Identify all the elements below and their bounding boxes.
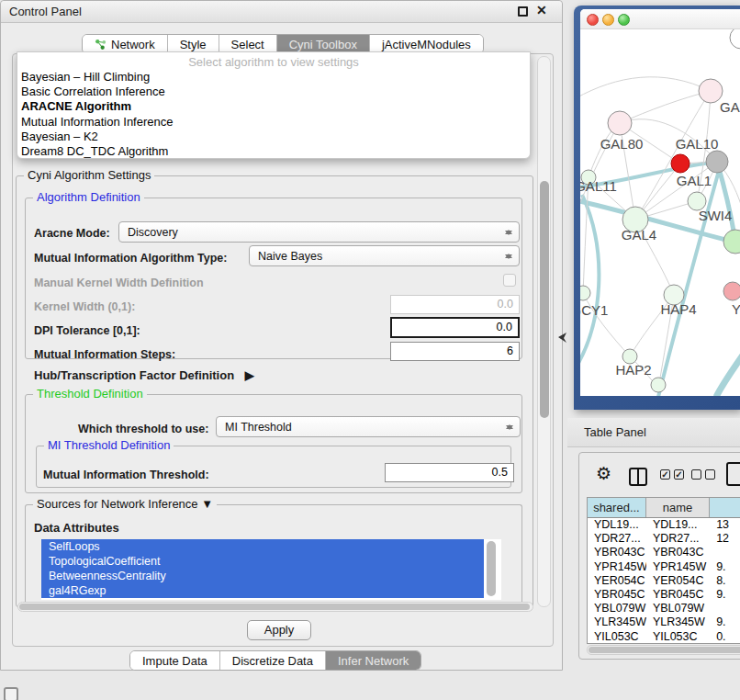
- zoom-traffic-light-icon[interactable]: [618, 14, 630, 26]
- mi-type-value: Naive Bayes: [258, 250, 322, 263]
- sources-group-title[interactable]: Sources for Network Inference ▼: [33, 497, 217, 511]
- minimize-traffic-light-icon[interactable]: [602, 14, 614, 26]
- table-cell: YBL079W: [646, 602, 710, 615]
- settings-scrollbar[interactable]: [537, 56, 551, 607]
- node-label: GAL11: [580, 178, 617, 194]
- table-row[interactable]: YBL079WYBL079W: [588, 602, 740, 615]
- table-row[interactable]: YBR045CYBR045C9.: [588, 588, 740, 602]
- aracne-mode-select[interactable]: Discovery: [118, 221, 520, 243]
- apply-button[interactable]: Apply: [247, 620, 311, 640]
- table-horizontal-scrollbar[interactable]: [587, 645, 740, 655]
- table-cell: YBR045C: [646, 588, 710, 602]
- tab-label: Network: [111, 38, 155, 51]
- table-cell: 0.: [710, 630, 740, 644]
- manual-kernel-checkbox[interactable]: [503, 274, 516, 287]
- floating-palette-icon[interactable]: [4, 687, 18, 700]
- algorithm-dropdown-popup: Select algorithm to view settings Bayesi…: [17, 51, 531, 159]
- data-attributes-list[interactable]: SelfLoopsTopologicalCoefficientBetweenne…: [41, 539, 501, 600]
- which-threshold-value: MI Threshold: [225, 421, 292, 434]
- select-all-columns-icon[interactable]: ✓ ✓: [660, 469, 684, 480]
- algorithm-dropdown-hint: Select algorithm to view settings: [17, 52, 530, 70]
- column-header[interactable]: shared...: [588, 498, 646, 517]
- hub-definition-label: Hub/Transcription Factor Definition: [34, 368, 234, 382]
- deselect-all-columns-icon[interactable]: [691, 469, 715, 480]
- expanded-arrow-icon[interactable]: ▼: [201, 497, 213, 511]
- table-cell: YDR27...: [646, 532, 710, 546]
- network-node[interactable]: [671, 154, 690, 173]
- collapsed-arrow-icon[interactable]: ▶: [245, 368, 254, 382]
- table-row[interactable]: YDL19...YDL19...13: [588, 518, 740, 532]
- dpi-tolerance-field[interactable]: 0.0: [390, 317, 520, 338]
- bottom-tab-discretize-data[interactable]: Discretize Data: [220, 651, 326, 670]
- tab-style[interactable]: Style: [168, 35, 219, 53]
- table-cell: YDL19...: [646, 518, 710, 532]
- settings-horizontal-scrollbar[interactable]: [17, 602, 533, 612]
- bottom-tab-impute-data[interactable]: Impute Data: [130, 651, 220, 670]
- table-row[interactable]: YER054CYER054C8.: [588, 574, 740, 588]
- algorithm-item[interactable]: Mutual Information Inference: [17, 115, 530, 130]
- sources-title-text: Sources for Network Inference: [37, 497, 198, 511]
- hub-definition-toggle[interactable]: Hub/Transcription Factor Definition ▶: [34, 368, 254, 382]
- table-row[interactable]: YIL053CYIL053C0.: [588, 630, 740, 644]
- table-row[interactable]: YPR145WYPR145W9.: [588, 560, 740, 574]
- column-header[interactable]: name: [646, 498, 710, 517]
- close-traffic-light-icon[interactable]: [587, 14, 599, 26]
- control-panel-titlebar: Control Panel ✕: [1, 1, 562, 23]
- bottom-tab-infer-network[interactable]: Infer Network: [326, 651, 420, 670]
- tab-select[interactable]: Select: [219, 35, 277, 53]
- network-node[interactable]: [651, 378, 666, 392]
- unchecked-box-icon: [705, 469, 715, 480]
- tab-cyni-toolbox[interactable]: Cyni Toolbox: [277, 35, 370, 53]
- attribute-item[interactable]: BetweennessCentrality: [41, 569, 484, 583]
- column-header[interactable]: [710, 498, 740, 517]
- algorithm-item[interactable]: Dream8 DC_TDC Algorithm: [17, 144, 530, 159]
- tab-network[interactable]: Network: [83, 35, 168, 53]
- tab-jactivemnodules[interactable]: jActiveMNodules: [370, 35, 483, 53]
- table-row[interactable]: YBR043CYBR043C: [588, 546, 740, 559]
- mi-type-select[interactable]: Naive Bayes: [249, 245, 520, 266]
- table-cell: 12: [710, 532, 740, 546]
- table-cell: YBR043C: [646, 546, 710, 559]
- manual-kernel-label: Manual Kernel Width Definition: [34, 277, 204, 289]
- close-icon[interactable]: ✕: [536, 3, 547, 17]
- attribute-item[interactable]: SelfLoops: [41, 539, 484, 554]
- table-horizontal-scrollbar-thumb[interactable]: [589, 647, 740, 653]
- settings-horizontal-scrollbar-thumb[interactable]: [19, 604, 530, 610]
- algorithm-item[interactable]: Bayesian – K2: [17, 130, 530, 144]
- network-edge[interactable]: [580, 77, 711, 98]
- which-threshold-select[interactable]: MI Threshold: [216, 416, 521, 437]
- network-node[interactable]: [723, 282, 740, 300]
- table-cell: YER054C: [588, 574, 646, 588]
- network-edge-strong[interactable]: [716, 351, 740, 396]
- network-node[interactable]: [580, 286, 590, 300]
- network-node[interactable]: [723, 230, 740, 254]
- network-edge[interactable]: [620, 91, 711, 123]
- network-canvas[interactable]: GALGAL80GAL10GAL11GAL1SWI4GAL4GCY1HAP4YH…: [580, 29, 740, 396]
- network-edge-strong[interactable]: [580, 195, 599, 369]
- attribute-item[interactable]: gal4RGexp: [41, 583, 484, 598]
- attributes-scrollbar-thumb[interactable]: [487, 541, 496, 596]
- settings-scrollbar-thumb[interactable]: [540, 181, 549, 418]
- mi-threshold-field[interactable]: 0.5: [385, 463, 514, 482]
- algorithm-item[interactable]: Bayesian – Hill Climbing: [17, 70, 530, 85]
- spinner-arrows-icon: [505, 226, 512, 239]
- node-label: Y: [732, 301, 740, 317]
- kernel-width-field[interactable]: 0.0: [390, 295, 520, 314]
- float-window-icon[interactable]: [518, 6, 528, 17]
- table-function-icon[interactable]: [726, 462, 740, 486]
- table-row[interactable]: YDR27...YDR27...12: [588, 532, 740, 546]
- node-label: GAL: [720, 99, 740, 115]
- mi-steps-field[interactable]: 6: [390, 342, 520, 361]
- algorithm-item[interactable]: Basic Correlation Inference: [17, 85, 530, 99]
- mi-threshold-label: Mutual Information Threshold:: [43, 469, 209, 481]
- gear-icon[interactable]: ⚙: [596, 463, 611, 484]
- network-node[interactable]: [706, 151, 728, 173]
- tab-label: jActiveMNodules: [382, 38, 471, 51]
- network-node[interactable]: [730, 29, 740, 49]
- attribute-item[interactable]: TopologicalCoefficient: [41, 554, 484, 569]
- network-node[interactable]: [608, 111, 632, 135]
- table-cell: [710, 602, 740, 615]
- table-row[interactable]: YLR345WYLR345W9.: [588, 615, 740, 629]
- algorithm-item[interactable]: ARACNE Algorithm: [17, 99, 530, 114]
- split-columns-icon[interactable]: [629, 468, 647, 486]
